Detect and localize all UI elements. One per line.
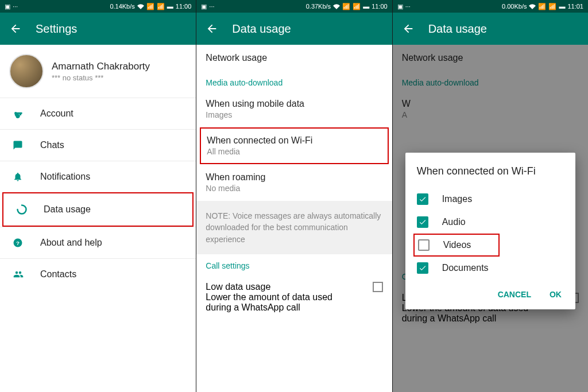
app-bar: Data usage: [393, 13, 588, 45]
profile-name: Amarnath Chakraborty: [52, 61, 150, 72]
wifi-icon: [333, 3, 340, 9]
data-usage-icon: [16, 204, 29, 215]
clock: 11:00: [372, 3, 388, 10]
section-media-auto-download: Media auto-download: [196, 71, 392, 91]
back-icon[interactable]: [9, 22, 22, 35]
signal-icon: 📶: [146, 3, 154, 10]
network-speed: 0.14Kb/s: [110, 3, 134, 10]
help-icon: ?: [13, 238, 25, 248]
wifi-icon: [137, 3, 144, 9]
app-bar: Settings: [0, 13, 196, 45]
voice-note: NOTE: Voice messages are always automati…: [196, 201, 392, 254]
checkbox-checked-icon: [417, 216, 428, 228]
network-usage-label: Network usage: [206, 53, 382, 63]
settings-item-data-usage[interactable]: Data usage: [3, 193, 192, 226]
settings-item-label: About and help: [40, 238, 102, 248]
cancel-button[interactable]: CANCEL: [496, 285, 533, 304]
network-speed: 0.00Kb/s: [502, 3, 527, 10]
signal2-icon: 📶: [157, 3, 165, 10]
back-icon[interactable]: [402, 22, 415, 35]
svg-text:?: ?: [16, 240, 20, 246]
more-icon: ···: [13, 3, 18, 10]
signal2-icon: 📶: [548, 3, 556, 10]
picture-icon: ▣: [5, 3, 10, 10]
checkbox-empty-icon: [418, 239, 430, 251]
back-icon[interactable]: [206, 22, 218, 35]
mobile-primary: When using mobile data: [206, 99, 382, 109]
checkbox-checked-icon: [417, 193, 428, 205]
profile-status: *** no status ***: [52, 73, 150, 82]
option-label: Documents: [442, 263, 489, 273]
status-bar: ▣ ··· 0.37Kb/s 📶 📶 ▬ 11:00: [196, 0, 392, 13]
picture-icon: ▣: [201, 3, 207, 10]
battery-icon: ▬: [559, 3, 565, 10]
chat-icon: [13, 140, 25, 150]
highlight-wifi-row: When connected on Wi-Fi All media: [200, 127, 388, 164]
wifi-secondary: All media: [207, 147, 381, 156]
battery-icon: ▬: [363, 3, 369, 10]
clock: 11:00: [176, 3, 192, 10]
settings-item-label: Account: [40, 108, 74, 119]
settings-item-about[interactable]: ? About and help: [0, 227, 196, 258]
status-bar: ▣ ··· 0.14Kb/s 📶 📶 ▬ 11:00: [0, 0, 196, 13]
page-title: Data usage: [428, 22, 487, 36]
network-usage-row[interactable]: Network usage: [196, 45, 392, 71]
profile-row[interactable]: Amarnath Chakraborty *** no status ***: [0, 45, 196, 98]
section-call-settings: Call settings: [196, 254, 392, 274]
settings-item-label: Notifications: [40, 172, 90, 182]
page-title: Data usage: [232, 22, 291, 36]
status-bar: ▣ ··· 0.00Kb/s 📶 📶 ▬ 11:01: [393, 0, 588, 13]
signal-icon: 📶: [342, 3, 350, 10]
signal-icon: 📶: [538, 3, 546, 10]
screen-wifi-dialog: ▣ ··· 0.00Kb/s 📶 📶 ▬ 11:01 Data usage Ne…: [392, 0, 588, 392]
more-icon: ···: [209, 3, 214, 10]
wifi-row[interactable]: When connected on Wi-Fi All media: [201, 129, 387, 163]
more-icon: ···: [405, 3, 411, 10]
page-title: Settings: [36, 22, 77, 36]
picture-icon: ▣: [397, 3, 403, 10]
checkbox-checked-icon: [417, 262, 428, 274]
screen-settings: ▣ ··· 0.14Kb/s 📶 📶 ▬ 11:00 Settings Amar…: [0, 0, 196, 392]
wifi-media-dialog: When connected on Wi-Fi Images Audio Vid…: [405, 153, 575, 309]
roaming-row[interactable]: When roaming No media: [196, 164, 392, 201]
settings-item-label: Data usage: [44, 204, 91, 215]
settings-item-label: Chats: [40, 140, 64, 150]
dialog-title: When connected on Wi-Fi: [417, 165, 564, 177]
settings-item-chats[interactable]: Chats: [0, 129, 196, 161]
option-documents[interactable]: Documents: [417, 257, 564, 280]
network-speed: 0.37Kb/s: [306, 3, 331, 10]
ok-button[interactable]: OK: [547, 285, 564, 304]
low-data-row[interactable]: Low data usage Lower the amount of data …: [196, 274, 392, 321]
wifi-icon: [529, 3, 536, 9]
option-label: Videos: [443, 240, 471, 250]
mobile-secondary: Images: [206, 110, 382, 119]
bell-icon: [13, 172, 25, 182]
settings-item-notifications[interactable]: Notifications: [0, 161, 196, 192]
app-bar: Data usage: [196, 13, 392, 45]
clock: 11:01: [567, 3, 583, 10]
low-data-secondary: Lower the amount of data used during a W…: [206, 292, 355, 313]
option-label: Images: [442, 194, 472, 204]
battery-icon: ▬: [167, 3, 173, 10]
option-audio[interactable]: Audio: [417, 211, 564, 234]
option-label: Audio: [442, 217, 466, 227]
roaming-secondary: No media: [206, 184, 382, 193]
screen-data-usage: ▣ ··· 0.37Kb/s 📶 📶 ▬ 11:00 Data usage Ne…: [196, 0, 392, 392]
settings-item-label: Contacts: [40, 269, 76, 280]
low-data-primary: Low data usage: [206, 282, 270, 292]
option-images[interactable]: Images: [417, 188, 564, 211]
wifi-primary: When connected on Wi-Fi: [207, 135, 381, 146]
settings-item-contacts[interactable]: Contacts: [0, 258, 196, 290]
signal2-icon: 📶: [353, 3, 361, 10]
highlight-data-usage: Data usage: [2, 192, 194, 227]
settings-item-account[interactable]: Account: [0, 98, 196, 129]
key-icon: [13, 108, 25, 119]
mobile-data-row[interactable]: When using mobile data Images: [196, 91, 392, 127]
people-icon: [13, 269, 25, 280]
low-data-checkbox[interactable]: [373, 282, 383, 292]
roaming-primary: When roaming: [206, 172, 382, 183]
avatar: [9, 54, 44, 88]
option-videos-highlight[interactable]: Videos: [413, 234, 500, 257]
